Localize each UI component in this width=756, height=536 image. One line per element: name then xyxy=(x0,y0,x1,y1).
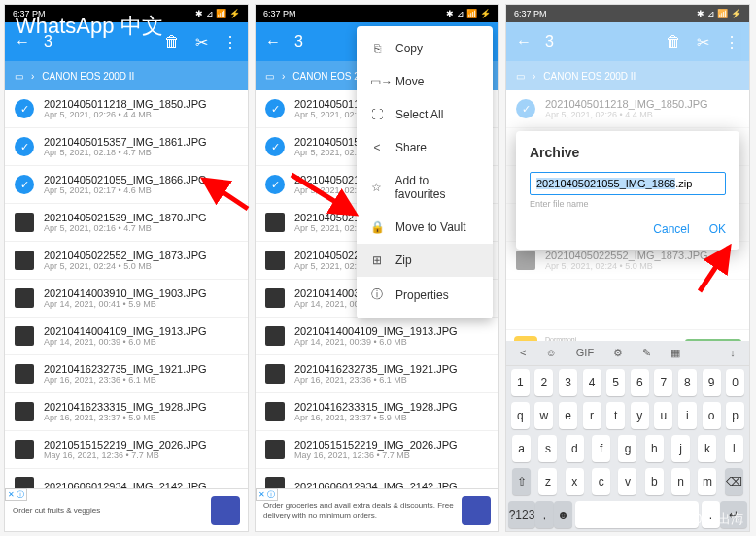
ad-logo xyxy=(211,496,240,525)
ad-close-icon[interactable]: ✕ ⓘ xyxy=(5,488,27,501)
file-name: 20210416232735_IMG_1921.JPG xyxy=(44,363,238,375)
key[interactable]: 2 xyxy=(534,369,553,396)
key[interactable]: 9 xyxy=(703,369,721,396)
file-name: 20210416232735_IMG_1921.JPG xyxy=(294,363,489,375)
key[interactable]: 0 xyxy=(726,369,744,396)
key[interactable]: g xyxy=(618,435,636,462)
menu-item-select-all[interactable]: ⛶Select All xyxy=(357,98,493,131)
file-name: 20210414003910_IMG_1903.JPG xyxy=(44,287,238,299)
key[interactable]: z xyxy=(538,468,557,495)
kb-tool[interactable]: ↓ xyxy=(730,347,736,359)
key[interactable]: r xyxy=(583,402,601,429)
key[interactable]: e xyxy=(559,402,577,429)
key[interactable]: i xyxy=(678,402,697,429)
key[interactable]: 5 xyxy=(606,369,625,396)
file-row[interactable]: 20210416232735_IMG_1921.JPGApr 16, 2021,… xyxy=(256,355,498,393)
file-list[interactable]: ✓20210405011218_IMG_1850.JPGApr 5, 2021,… xyxy=(5,90,248,505)
dialog-title: Archive xyxy=(530,145,726,160)
key[interactable]: ⌫ xyxy=(725,468,743,495)
menu-item-move[interactable]: ▭→Move xyxy=(357,65,493,98)
file-row[interactable]: ✓20210405011218_IMG_1850.JPGApr 5, 2021,… xyxy=(5,90,248,128)
key[interactable]: h xyxy=(645,435,664,462)
menu-item-zip[interactable]: ⊞Zip xyxy=(357,244,493,277)
key[interactable]: s xyxy=(538,435,557,462)
kb-tool[interactable]: GIF xyxy=(576,347,594,359)
key[interactable]: d xyxy=(566,435,584,462)
move-to-vault-icon: 🔒 xyxy=(370,220,384,234)
cancel-button[interactable]: Cancel xyxy=(653,222,689,236)
key[interactable]: 8 xyxy=(678,369,697,396)
kb-tool[interactable]: ✎ xyxy=(642,347,651,359)
ad-close-icon[interactable]: ✕ ⓘ xyxy=(256,488,278,501)
key[interactable]: ☻ xyxy=(554,501,572,528)
thumbnail xyxy=(15,440,34,459)
file-row[interactable]: 20210416233315_IMG_1928.JPGApr 16, 2021,… xyxy=(256,393,498,431)
thumbnail xyxy=(15,251,34,270)
menu-item-move-to-vault[interactable]: 🔒Move to Vault xyxy=(357,211,493,244)
file-meta: Apr 5, 2021, 02:17 • 4.6 MB xyxy=(44,185,238,195)
key[interactable]: q xyxy=(511,402,530,429)
key[interactable]: y xyxy=(631,402,649,429)
kb-tool[interactable]: ☺ xyxy=(546,347,557,359)
file-row[interactable]: 20210416233315_IMG_1928.JPGApr 16, 2021,… xyxy=(5,393,248,431)
key[interactable]: 1 xyxy=(511,369,530,396)
file-row[interactable]: 20210414003910_IMG_1903.JPGApr 14, 2021,… xyxy=(5,280,248,318)
key[interactable]: p xyxy=(726,402,744,429)
key[interactable]: 6 xyxy=(631,369,649,396)
key[interactable]: a xyxy=(512,435,531,462)
menu-item-properties[interactable]: ⓘProperties xyxy=(357,277,493,313)
select-all-icon: ⛶ xyxy=(370,108,384,121)
more-icon[interactable]: ⋮ xyxy=(223,34,238,50)
ad-banner[interactable]: ✕ ⓘ Order groceries and avail extra deal… xyxy=(256,488,498,531)
ad-banner[interactable]: ✕ ⓘ Order cut fruits & veggies xyxy=(5,488,248,531)
key[interactable]: m xyxy=(698,468,716,495)
key[interactable]: l xyxy=(725,435,743,462)
file-row[interactable]: 20210405021539_IMG_1870.JPGApr 5, 2021, … xyxy=(5,204,248,242)
key[interactable]: k xyxy=(698,435,716,462)
file-row[interactable]: 20210405022552_IMG_1873.JPGApr 5, 2021, … xyxy=(5,242,248,280)
file-row[interactable]: 20210515152219_IMG_2026.JPGMay 16, 2021,… xyxy=(256,431,498,469)
file-row[interactable]: ✓20210405021055_IMG_1866.JPGApr 5, 2021,… xyxy=(5,166,248,204)
key[interactable]: , xyxy=(535,501,554,528)
key[interactable]: 4 xyxy=(583,369,601,396)
thumbnail xyxy=(15,402,34,421)
file-row[interactable]: ✓20210405015357_IMG_1861.JPGApr 5, 2021,… xyxy=(5,128,248,166)
ad-text: Order cut fruits & veggies xyxy=(13,506,205,516)
key[interactable]: b xyxy=(645,468,664,495)
move-icon: ▭→ xyxy=(370,75,384,88)
key[interactable]: ⇧ xyxy=(512,468,531,495)
file-meta: Apr 5, 2021, 02:26 • 4.4 MB xyxy=(44,110,238,119)
key[interactable]: t xyxy=(606,402,625,429)
key[interactable]: w xyxy=(534,402,553,429)
file-row[interactable]: 20210414004109_IMG_1913.JPGApr 14, 2021,… xyxy=(256,318,498,355)
file-row[interactable]: 20210416232735_IMG_1921.JPGApr 16, 2021,… xyxy=(5,355,248,393)
key[interactable]: n xyxy=(671,468,690,495)
key[interactable]: v xyxy=(618,468,636,495)
key[interactable]: j xyxy=(671,435,690,462)
delete-icon[interactable]: 🗑 xyxy=(164,34,180,50)
key[interactable]: 3 xyxy=(559,369,577,396)
key[interactable]: x xyxy=(566,468,584,495)
key[interactable]: ?123 xyxy=(508,501,535,528)
kb-tool[interactable]: < xyxy=(520,347,526,359)
menu-item-copy[interactable]: ⎘Copy xyxy=(357,32,493,65)
back-icon[interactable]: ← xyxy=(265,34,281,50)
filename-input[interactable]: 20210405021055_IMG_1866.zip xyxy=(530,172,726,195)
key[interactable]: c xyxy=(592,468,610,495)
kb-tool[interactable]: ▦ xyxy=(670,347,680,359)
key[interactable]: 7 xyxy=(654,369,672,396)
kb-tool[interactable]: ⚙ xyxy=(613,347,623,359)
menu-item-share[interactable]: <Share xyxy=(357,131,493,164)
file-row[interactable]: 20210414004109_IMG_1913.JPGApr 14, 2021,… xyxy=(5,318,248,355)
keyboard[interactable]: <☺GIF⚙✎▦⋯↓1234567890qwertyuiopasdfghjkl⇧… xyxy=(506,341,749,531)
kb-tool[interactable]: ⋯ xyxy=(700,347,710,359)
ok-button[interactable]: OK xyxy=(709,222,726,236)
breadcrumb[interactable]: ▭ › CANON EOS 200D II xyxy=(5,61,248,90)
key[interactable]: u xyxy=(654,402,672,429)
key[interactable]: f xyxy=(592,435,610,462)
menu-item-add-to-favourites[interactable]: ☆Add to favourites xyxy=(357,164,493,211)
cut-icon[interactable]: ✂ xyxy=(193,34,209,50)
key[interactable]: o xyxy=(703,402,721,429)
file-meta: Apr 16, 2021, 23:36 • 6.1 MB xyxy=(294,375,489,385)
file-row[interactable]: 20210515152219_IMG_2026.JPGMay 16, 2021,… xyxy=(5,431,248,469)
